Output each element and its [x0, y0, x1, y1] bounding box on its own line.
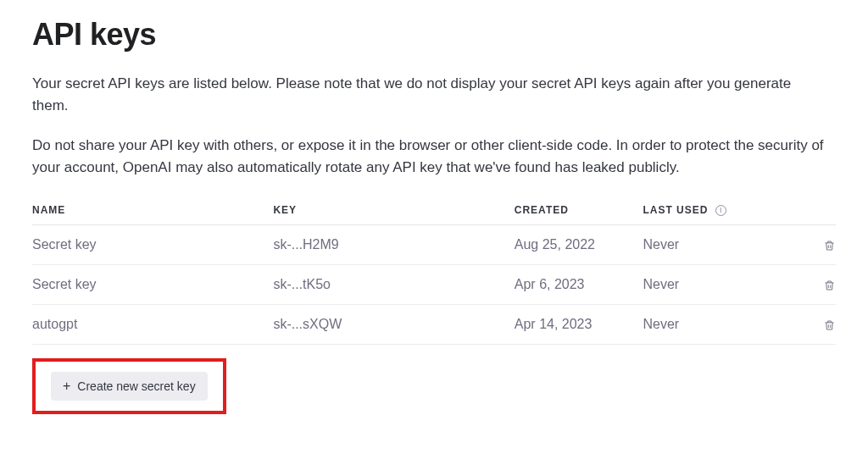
description-text-2: Do not share your API key with others, o…	[32, 135, 829, 180]
cell-created: Apr 14, 2023	[515, 305, 643, 345]
cell-created: Aug 25, 2022	[515, 225, 643, 265]
cell-key: sk-...sXQW	[273, 305, 514, 345]
cell-key: sk-...tK5o	[273, 265, 514, 305]
col-header-name: NAME	[32, 196, 273, 225]
table-row: Secret key sk-...H2M9 Aug 25, 2022 Never	[32, 225, 836, 265]
cell-name: autogpt	[32, 305, 273, 345]
api-keys-table: NAME KEY CREATED LAST USED i Secret key …	[32, 196, 836, 345]
col-header-created: CREATED	[515, 196, 643, 225]
description-text-1: Your secret API keys are listed below. P…	[32, 73, 829, 118]
col-header-key: KEY	[273, 196, 514, 225]
plus-icon: +	[63, 379, 70, 393]
cell-lastused: Never	[643, 225, 787, 265]
cell-lastused: Never	[643, 305, 787, 345]
col-header-lastused: LAST USED i	[643, 196, 787, 225]
col-header-actions	[787, 196, 836, 225]
trash-icon[interactable]	[823, 317, 836, 332]
trash-icon[interactable]	[823, 277, 836, 292]
highlight-box: + Create new secret key	[32, 358, 226, 414]
create-secret-key-button[interactable]: + Create new secret key	[51, 372, 208, 401]
create-button-label: Create new secret key	[77, 379, 195, 393]
cell-name: Secret key	[32, 225, 273, 265]
cell-lastused: Never	[643, 265, 787, 305]
last-used-label: LAST USED	[643, 204, 708, 216]
cell-name: Secret key	[32, 265, 273, 305]
cell-created: Apr 6, 2023	[515, 265, 643, 305]
trash-icon[interactable]	[823, 237, 836, 252]
cell-key: sk-...H2M9	[273, 225, 514, 265]
info-icon[interactable]: i	[715, 205, 726, 216]
table-row: autogpt sk-...sXQW Apr 14, 2023 Never	[32, 305, 836, 345]
table-row: Secret key sk-...tK5o Apr 6, 2023 Never	[32, 265, 836, 305]
page-title: API keys	[32, 17, 836, 53]
